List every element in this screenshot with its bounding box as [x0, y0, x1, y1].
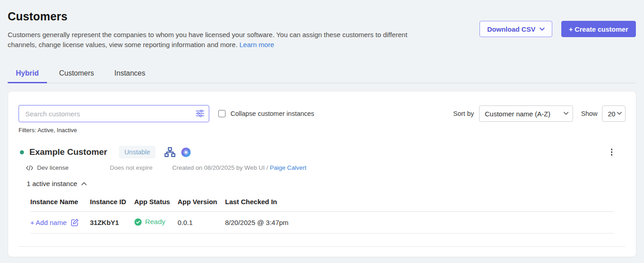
collapse-instances-control: Collapse customer instances	[218, 110, 314, 117]
channel-badge: Unstable	[119, 146, 155, 158]
app-version: 0.0.1	[178, 219, 193, 226]
show-select-value: 20	[608, 110, 616, 118]
filter-sliders-icon[interactable]	[196, 110, 204, 117]
license-expiry: Does not expire	[110, 164, 172, 171]
created-by-link[interactable]: Paige Calvert	[270, 164, 306, 171]
last-checked-in: 8/20/2025 @ 3:47pm	[225, 219, 288, 226]
customer-row-header: Example Customer Unstable	[19, 146, 625, 158]
header-actions: Download CSV + Create customer	[479, 21, 636, 37]
created-info: Created on 08/20/2025 by Web UI / Paige …	[172, 164, 306, 171]
col-instance-id: Instance ID	[90, 195, 134, 212]
description-line1: Customers generally represent the compan…	[8, 31, 407, 38]
org-chart-icon	[165, 147, 175, 158]
show-select[interactable]: 20	[602, 105, 625, 122]
sort-select-value: Customer name (A-Z)	[485, 110, 550, 118]
search-input[interactable]	[19, 105, 209, 122]
sort-select[interactable]: Customer name (A-Z)	[479, 105, 573, 122]
kubernetes-icon	[181, 148, 191, 157]
search-wrap	[19, 105, 209, 122]
download-csv-label: Download CSV	[487, 25, 536, 33]
sort-by-label: Sort by	[453, 110, 474, 117]
chevron-up-icon	[81, 182, 87, 186]
tab-customers[interactable]: Customers	[51, 65, 102, 83]
check-circle-icon	[134, 218, 142, 226]
created-text: Created on 08/20/2025 by Web UI /	[172, 164, 270, 171]
license-row: Dev license Does not expire Created on 0…	[19, 164, 625, 171]
col-app-status: App Status	[134, 195, 178, 212]
add-instance-name-link[interactable]: + Add name	[30, 218, 79, 227]
instances-table: Instance Name Instance ID App Status App…	[30, 195, 614, 234]
active-filters-text: Filters: Active, Inactive	[19, 127, 625, 134]
collapse-instances-checkbox[interactable]	[218, 110, 226, 117]
learn-more-link[interactable]: Learn more	[240, 41, 274, 48]
customer-menu-kebab-icon[interactable]	[609, 147, 615, 158]
instances-table-header-row: Instance Name Instance ID App Status App…	[30, 195, 614, 212]
license-type-label: Dev license	[37, 164, 69, 171]
instance-row: + Add name 31ZKbY1	[30, 212, 614, 234]
customers-card: Collapse customer instances Sort by Cust…	[8, 91, 636, 257]
license-type: Dev license	[26, 164, 110, 171]
chevron-down-icon	[540, 28, 545, 31]
collapse-instances-label: Collapse customer instances	[230, 110, 314, 117]
app-status: Ready	[134, 218, 165, 226]
instance-id: 31ZKbY1	[90, 219, 119, 226]
tab-hybrid[interactable]: Hybrid	[8, 65, 47, 83]
view-tabs: Hybrid Customers Instances	[8, 65, 636, 83]
show-label: Show	[581, 110, 597, 117]
edit-icon	[71, 218, 79, 227]
customer-name[interactable]: Example Customer	[29, 147, 107, 157]
col-instance-name: Instance Name	[30, 195, 90, 212]
show-group: Show 20	[581, 105, 625, 122]
col-app-version: App Version	[178, 195, 225, 212]
tab-instances[interactable]: Instances	[106, 65, 153, 83]
toolbar-right: Sort by Customer name (A-Z) Show 20	[453, 105, 625, 122]
download-csv-button[interactable]: Download CSV	[479, 21, 552, 37]
instances-toggle[interactable]: 1 active instance	[27, 180, 87, 187]
page-header: Customers Customers generally represent …	[0, 0, 644, 50]
instances-summary: 1 active instance	[27, 180, 77, 187]
active-status-dot-icon	[20, 150, 24, 154]
chevron-down-icon	[617, 112, 622, 115]
page-description: Customers generally represent the compan…	[8, 30, 444, 50]
chevron-down-icon	[564, 112, 569, 115]
col-last-checked-in: Last Checked In	[225, 195, 614, 212]
description-line2: channels, change license values, view so…	[8, 41, 238, 48]
toolbar: Collapse customer instances Sort by Cust…	[19, 105, 625, 122]
install-type-icons	[165, 147, 191, 158]
app-status-label: Ready	[145, 218, 165, 226]
create-customer-button[interactable]: + Create customer	[561, 21, 636, 37]
customer-block-divider	[19, 246, 625, 247]
add-name-label: + Add name	[30, 219, 66, 226]
create-customer-label: + Create customer	[569, 25, 628, 33]
code-icon	[26, 165, 33, 171]
